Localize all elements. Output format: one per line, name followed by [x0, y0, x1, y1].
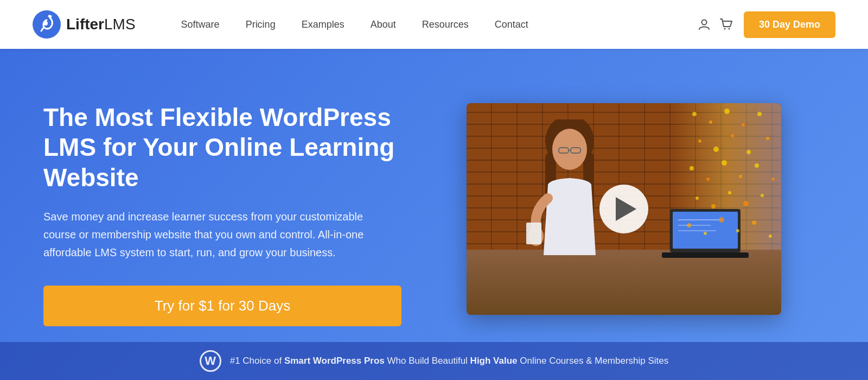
- video-thumbnail[interactable]: [467, 103, 781, 315]
- hero-title: The Most Flexible WordPress LMS for Your…: [43, 103, 434, 193]
- svg-point-3: [724, 28, 725, 30]
- user-icon-button[interactable]: [698, 18, 710, 30]
- trust-text: #1 Choice of Smart WordPress Pros Who Bu…: [230, 356, 669, 366]
- cart-icon: [720, 18, 733, 30]
- navbar: LifterLMS Software Pricing Examples Abou…: [0, 0, 868, 49]
- logo-icon: [33, 10, 61, 39]
- wordpress-logo: W: [200, 350, 221, 372]
- demo-button[interactable]: 30 Day Demo: [744, 11, 835, 38]
- nav-icon-group: [698, 18, 733, 30]
- nav-contact[interactable]: Contact: [482, 0, 541, 49]
- svg-point-1: [43, 21, 48, 26]
- nav-software[interactable]: Software: [168, 0, 233, 49]
- logo[interactable]: LifterLMS: [33, 10, 136, 39]
- nav-examples[interactable]: Examples: [289, 0, 358, 49]
- nav-links: Software Pricing Examples About Resource…: [168, 0, 698, 49]
- hero-subtitle: Save money and increase learner success …: [43, 208, 391, 262]
- hero-content: The Most Flexible WordPress LMS for Your…: [43, 103, 467, 326]
- play-button[interactable]: [599, 185, 648, 233]
- play-triangle-icon: [616, 197, 636, 221]
- nav-resources[interactable]: Resources: [409, 0, 482, 49]
- logo-text: LifterLMS: [66, 16, 136, 33]
- nav-pricing[interactable]: Pricing: [233, 0, 289, 49]
- hero-section: The Most Flexible WordPress LMS for Your…: [0, 49, 868, 380]
- svg-point-4: [728, 28, 730, 30]
- cart-icon-button[interactable]: [720, 18, 733, 30]
- user-icon: [698, 18, 710, 30]
- svg-point-2: [701, 20, 706, 25]
- video-play-overlay[interactable]: [467, 103, 781, 315]
- cta-button[interactable]: Try for $1 for 30 Days: [43, 286, 401, 326]
- nav-about[interactable]: About: [358, 0, 409, 49]
- trust-bar: W #1 Choice of Smart WordPress Pros Who …: [0, 342, 868, 380]
